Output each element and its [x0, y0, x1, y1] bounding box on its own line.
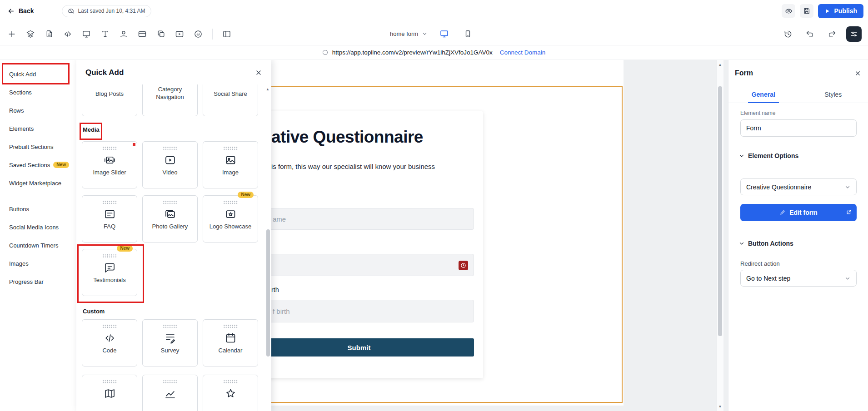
card-survey[interactable]: Survey	[142, 319, 198, 366]
card-map[interactable]	[82, 375, 137, 411]
preview-eye-button[interactable]	[782, 4, 795, 18]
sidebar-item-rows[interactable]: Rows	[0, 101, 76, 119]
notes-button[interactable]	[42, 27, 56, 41]
left-sidebar: Quick Add Sections Rows Elements Prebuil…	[0, 60, 76, 411]
image-icon	[224, 153, 237, 167]
page-selector-dropdown[interactable]: home form	[390, 30, 428, 37]
button-actions-collapser[interactable]: Button Actions	[738, 240, 793, 247]
scroll-up-arrow[interactable]: ▲	[717, 63, 723, 67]
pages-button[interactable]	[154, 27, 168, 41]
canvas-scroll-thumb[interactable]	[718, 86, 722, 336]
sidebar-item-progress-bar[interactable]: Progress Bar	[0, 272, 76, 291]
desktop-view-button[interactable]	[437, 27, 451, 41]
card-label: FAQ	[101, 223, 118, 230]
card-blog-posts[interactable]: Blog Posts	[82, 84, 137, 116]
media-button[interactable]	[172, 27, 187, 41]
layers-button[interactable]	[23, 27, 38, 41]
dob-input[interactable]: f birth	[244, 300, 474, 322]
card-label: Blog Posts	[92, 90, 127, 98]
tab-styles[interactable]: Styles	[798, 86, 868, 103]
save-button[interactable]	[800, 4, 813, 18]
typography-button[interactable]	[98, 27, 112, 41]
card-category-navigation[interactable]: Category Navigation	[142, 84, 198, 116]
logo-showcase-icon	[224, 207, 237, 221]
chevron-down-icon	[844, 275, 851, 282]
sidebar-item-social-media-icons[interactable]: Social Media Icons	[0, 218, 76, 236]
chevron-down-icon	[738, 153, 745, 159]
chevron-down-icon	[738, 240, 745, 247]
sidebar-item-buttons[interactable]: Buttons	[0, 200, 76, 218]
credit-card-icon	[138, 30, 147, 39]
sidebar-item-prebuilt-sections[interactable]: Prebuilt Sections	[0, 138, 76, 156]
connect-domain-link[interactable]: Connect Domain	[500, 49, 546, 56]
sidebar-item-quick-add[interactable]: Quick Add	[0, 65, 76, 83]
contacts-button[interactable]	[116, 27, 131, 41]
panel-close-button[interactable]	[853, 68, 863, 78]
back-button[interactable]: Back	[7, 7, 34, 15]
sidebar-label: Sections	[9, 89, 32, 96]
layout-panel-button[interactable]	[219, 27, 234, 41]
card-logo-showcase[interactable]: New Logo Showcase	[203, 195, 258, 243]
dob-placeholder: f birth	[273, 300, 290, 322]
tab-general[interactable]: General	[728, 86, 798, 103]
sidebar-item-images[interactable]: Images	[0, 254, 76, 272]
sidebar-item-countdown-timers[interactable]: Countdown Timers	[0, 236, 76, 254]
card-image-slider[interactable]: Image Slider	[82, 141, 137, 188]
quick-add-close-button[interactable]	[253, 67, 264, 78]
version-history-button[interactable]	[781, 27, 795, 41]
drag-handle-dots	[223, 146, 238, 150]
sticker-button[interactable]	[191, 27, 205, 41]
element-name-input[interactable]	[740, 119, 857, 137]
close-icon	[854, 70, 861, 77]
edit-form-button[interactable]: Edit form	[740, 204, 857, 221]
card-label: Code	[100, 347, 119, 354]
card-testimonials[interactable]: New Testimonials	[82, 249, 137, 296]
card-star[interactable]	[203, 375, 258, 411]
card-social-share[interactable]: Social Share	[203, 84, 258, 116]
drag-handle-dots	[102, 254, 117, 257]
element-options-label: Element Options	[748, 152, 798, 159]
sidebar-item-elements[interactable]: Elements	[0, 119, 76, 138]
drag-handle-dots	[223, 324, 238, 328]
phone-input[interactable]	[244, 254, 474, 276]
card-chart[interactable]	[142, 375, 198, 411]
sidebar-item-saved-sections[interactable]: Saved SectionsNew	[0, 156, 76, 174]
sidebar-label: Rows	[9, 107, 24, 114]
card-calendar[interactable]: Calendar	[203, 319, 258, 366]
panel-scroll-up-arrow[interactable]: ▲	[266, 87, 269, 91]
submit-button[interactable]: Submit	[244, 338, 474, 357]
drag-handle-dots	[223, 200, 238, 204]
card-photo-gallery[interactable]: Photo Gallery	[142, 195, 198, 243]
panel-scroll-thumb[interactable]	[266, 229, 270, 357]
settings-panel-button[interactable]	[846, 26, 862, 42]
card-code[interactable]: Code	[82, 319, 137, 366]
split-panel-icon	[222, 30, 231, 39]
publish-button[interactable]: Publish	[818, 4, 863, 18]
scroll-down-arrow[interactable]: ▼	[717, 405, 723, 409]
payments-button[interactable]	[135, 27, 150, 41]
mobile-view-button[interactable]	[460, 27, 475, 41]
calendar-icon	[224, 331, 237, 345]
form-settings-panel: Form General Styles Element name Element…	[728, 60, 868, 411]
redo-button[interactable]	[824, 27, 839, 41]
clock-chip	[459, 261, 468, 270]
sidebar-item-sections[interactable]: Sections	[0, 83, 76, 101]
name-input[interactable]: ame	[244, 208, 474, 230]
card-video[interactable]: Video	[142, 141, 198, 188]
sliders-icon	[850, 30, 858, 38]
code-button[interactable]	[60, 27, 75, 41]
redirect-action-dropdown[interactable]: Go to Next step	[740, 270, 857, 287]
add-element-button[interactable]	[5, 27, 19, 41]
undo-button[interactable]	[803, 27, 817, 41]
monitor-button[interactable]	[79, 27, 94, 41]
card-faq[interactable]: FAQ	[82, 195, 137, 243]
sidebar-item-widget-marketplace[interactable]: Widget Marketplace	[0, 174, 76, 192]
card-image[interactable]: Image	[203, 141, 258, 188]
sidebar-label: Prebuilt Sections	[9, 144, 54, 150]
form-select-dropdown[interactable]: Creative Questionnaire	[740, 178, 857, 195]
element-options-collapser[interactable]: Element Options	[738, 152, 798, 159]
mobile-icon	[464, 30, 472, 38]
media-section-label: Media	[83, 126, 100, 133]
back-label: Back	[19, 7, 34, 15]
quick-add-title: Quick Add	[85, 68, 124, 77]
